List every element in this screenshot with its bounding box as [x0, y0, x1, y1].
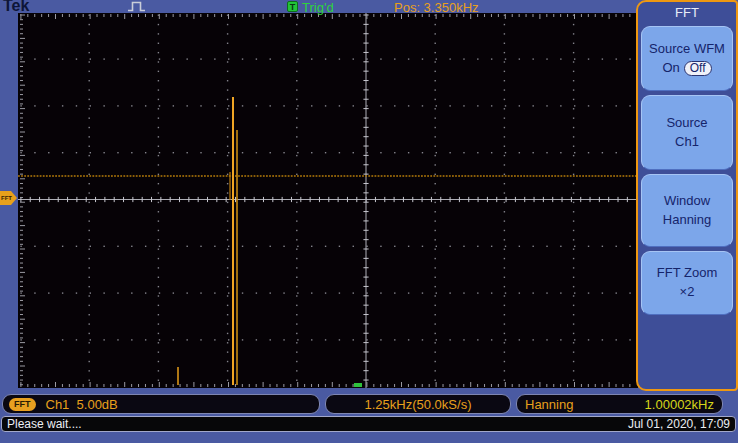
menu-title: FFT: [638, 5, 736, 20]
frequency-text: 1.00002kHz: [645, 397, 714, 412]
channel-scale-text: Ch1 5.00dB: [46, 397, 118, 412]
readout-window-frequency: Hanning 1.00002kHz: [516, 394, 723, 414]
status-message: Please wait....: [7, 417, 82, 431]
source-label: Source: [666, 114, 707, 133]
graticule-and-trace: [18, 13, 638, 388]
display-screen: [18, 13, 638, 388]
readout-samplerate: 1.25kHz(50.0kS/s): [325, 394, 511, 414]
window-text: Hanning: [525, 397, 573, 412]
fft-position-marker: FFT: [0, 191, 17, 205]
window-value: Hanning: [663, 211, 711, 230]
tek-logo: Tek: [3, 0, 29, 15]
samplerate-text: 1.25kHz(50.0kS/s): [365, 397, 472, 412]
top-bar: Tek T Trig'd Pos: 3.350kHz: [0, 0, 738, 13]
readout-channel: FFT Ch1 5.00dB: [2, 394, 320, 414]
trigger-status: Trig'd: [302, 0, 334, 15]
toggle-on-label: On: [662, 60, 679, 75]
source-wfm-label: Source WFM: [649, 40, 725, 59]
source-value: Ch1: [675, 133, 699, 152]
menu-button-source-channel[interactable]: Source Ch1: [641, 95, 733, 170]
side-menu: FFT Source WFM OnOff Source Ch1 Window H…: [636, 0, 738, 391]
fft-badge: FFT: [9, 398, 36, 411]
status-datetime: Jul 01, 2020, 17:09: [628, 417, 730, 431]
trigger-badge-icon: T: [287, 1, 298, 12]
fft-zoom-label: FFT Zoom: [657, 264, 717, 283]
window-label: Window: [664, 192, 710, 211]
menu-button-window[interactable]: Window Hanning: [641, 174, 733, 247]
source-wfm-toggle: OnOff: [662, 59, 711, 78]
position-readout: Pos: 3.350kHz: [394, 0, 479, 15]
status-bar: Please wait.... Jul 01, 2020, 17:09: [1, 416, 736, 432]
menu-button-fft-zoom[interactable]: FFT Zoom ×2: [641, 251, 733, 315]
toggle-off-pill: Off: [684, 61, 712, 76]
pulse-waveform-icon: [127, 1, 147, 12]
oscilloscope-ui: { "top_bar": { "logo": "Tek", "trigger_b…: [0, 0, 738, 443]
fft-zoom-value: ×2: [680, 283, 695, 302]
menu-button-source-wfm[interactable]: Source WFM OnOff: [641, 26, 733, 91]
